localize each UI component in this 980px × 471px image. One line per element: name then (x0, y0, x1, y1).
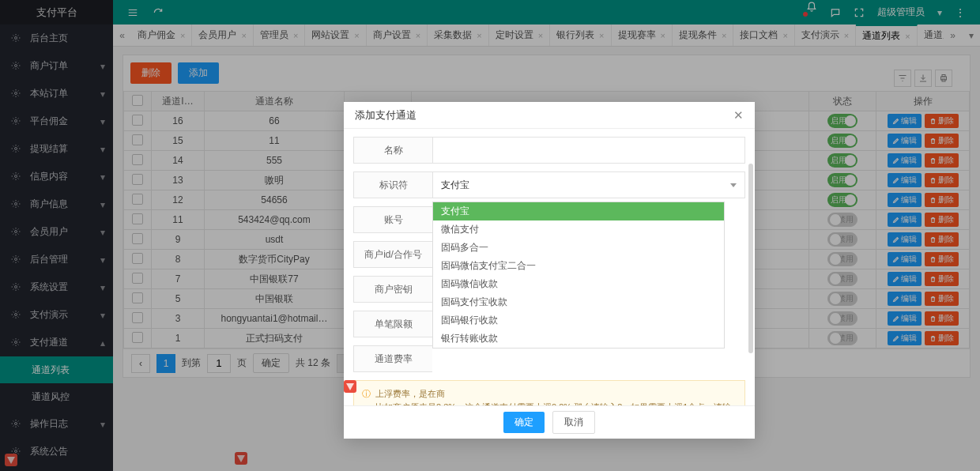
dropdown-option[interactable]: 固码多合一 (433, 239, 724, 257)
modal-cancel-button[interactable]: 取消 (552, 411, 595, 434)
warning-icon: ⓘ (362, 387, 371, 405)
chevron-down-icon (730, 183, 737, 187)
hint-box: ⓘ 上浮费率，是在商 比如商户原来是2.3%，这个通道支付需要上浮0.2%,那么… (353, 380, 745, 405)
modal-ok-button[interactable]: 确定 (503, 412, 545, 433)
field-label-merchant-key: 商户密钥 (353, 276, 432, 303)
dropdown-option[interactable]: 固码微信收款 (433, 275, 724, 293)
name-input[interactable] (432, 137, 745, 164)
identifier-value: 支付宝 (441, 179, 469, 192)
dropdown-option[interactable]: 固码微信支付宝二合一 (433, 257, 724, 275)
dropdown-option[interactable]: 支付宝 (433, 202, 724, 220)
dropdown-option[interactable]: 固码支付宝收款 (433, 293, 724, 311)
dropdown-option[interactable]: 固码银行收款 (433, 311, 724, 330)
identifier-select[interactable]: 支付宝 (432, 171, 745, 198)
modal-title: 添加支付通道 (355, 108, 416, 122)
field-label-merchant-id: 商户id/合作号 (353, 241, 432, 268)
field-label-single-limit: 单笔限额 (353, 311, 432, 337)
modal-scrollbar[interactable] (748, 164, 753, 353)
add-channel-modal: 添加支付通道 ✕ 名称 标识符 支付宝 账号 商户id/合作号 商户密钥 (344, 102, 755, 439)
field-label-identifier: 标识符 (353, 171, 432, 198)
modal-close-icon[interactable]: ✕ (733, 108, 744, 122)
modal-badge-icon (344, 380, 356, 393)
field-label-fee-rate: 通道费率 (353, 345, 432, 372)
hint-body: 比如商户原来是2.3%，这个通道支付需要上浮0.2%,那么请输入2，如果需要上浮… (375, 402, 731, 406)
field-label-account: 账号 (353, 206, 432, 233)
identifier-dropdown: 支付宝微信支付固码多合一固码微信支付宝二合一固码微信收款固码支付宝收款固码银行收… (432, 202, 725, 349)
field-label-name: 名称 (353, 137, 432, 164)
dropdown-option[interactable]: 银行转账收款 (433, 330, 724, 348)
dropdown-option[interactable]: 微信支付 (433, 220, 724, 239)
hint-lead: 上浮费率，是在商 (375, 389, 445, 398)
